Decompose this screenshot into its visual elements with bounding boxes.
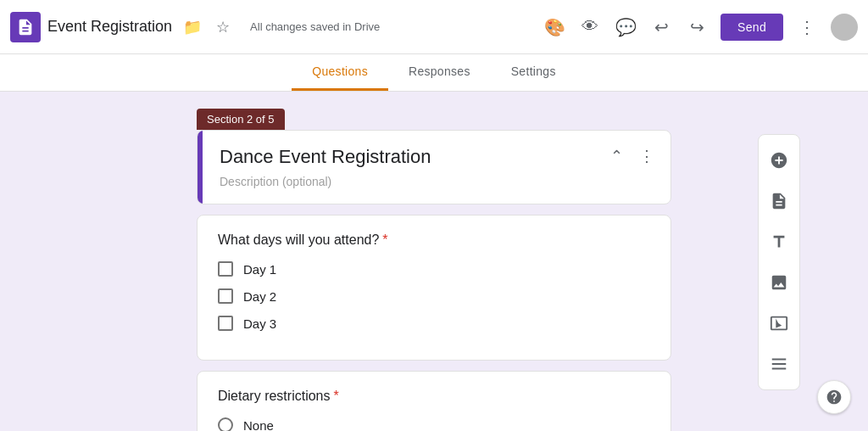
doc-title: Event Registration	[47, 18, 172, 36]
checkbox-day2[interactable]	[218, 288, 233, 304]
checkbox-day3[interactable]	[218, 316, 233, 331]
question-card-days: What days will you attend? * Day 1 Day 2…	[197, 215, 671, 361]
redo-icon[interactable]: ↪	[680, 10, 714, 44]
option-day3-label: Day 3	[243, 316, 276, 331]
required-star-2: *	[333, 389, 338, 404]
add-section-button[interactable]	[759, 344, 799, 384]
help-button[interactable]	[817, 380, 851, 414]
folder-icon[interactable]: 📁	[179, 14, 206, 41]
option-none-label: None	[243, 418, 274, 432]
option-day2: Day 2	[218, 288, 650, 304]
radio-none[interactable]	[218, 417, 233, 431]
send-button[interactable]: Send	[721, 14, 783, 41]
topbar-file-icons: 📁 ☆	[179, 14, 236, 41]
import-questions-button[interactable]	[759, 181, 799, 221]
collaborate-icon[interactable]: 💬	[609, 10, 643, 44]
star-icon[interactable]: ☆	[209, 14, 236, 41]
sidebar-tools	[758, 134, 800, 390]
section-badge: Section 2 of 5	[197, 109, 285, 130]
tab-questions[interactable]: Questions	[292, 54, 388, 91]
add-video-button[interactable]	[759, 303, 799, 344]
add-question-button[interactable]	[759, 140, 799, 181]
section-title[interactable]: Dance Event Registration	[220, 146, 654, 168]
option-day1: Day 1	[218, 261, 650, 277]
form-area: Section 2 of 5 Dance Event Registration …	[197, 109, 671, 431]
section-header-card: Dance Event Registration Description (op…	[197, 130, 671, 204]
question-dietary-content: Dietary restrictions * None Vegetarian V…	[198, 372, 670, 431]
question-days-content: What days will you attend? * Day 1 Day 2…	[198, 216, 670, 360]
autosave-text: All changes saved in Drive	[250, 20, 380, 33]
topbar-right: 🎨 👁 💬 ↩ ↪ Send ⋮	[537, 10, 858, 44]
customize-icon[interactable]: 🎨	[537, 10, 571, 44]
preview-icon[interactable]: 👁	[573, 10, 607, 44]
question-days-title: What days will you attend? *	[218, 232, 650, 248]
option-day3: Day 3	[218, 316, 650, 331]
topbar-right-icons: 🎨 👁 💬 ↩ ↪	[537, 10, 714, 44]
app-icon	[10, 12, 41, 42]
required-star-1: *	[382, 232, 387, 248]
section-header-actions: ⌃ ⋮	[603, 143, 660, 170]
main-content: Section 2 of 5 Dance Event Registration …	[0, 92, 868, 431]
checkbox-day1[interactable]	[218, 261, 233, 277]
option-day1-label: Day 1	[243, 262, 276, 277]
undo-icon[interactable]: ↩	[644, 10, 678, 44]
tab-responses[interactable]: Responses	[388, 54, 491, 91]
collapse-icon[interactable]: ⌃	[603, 143, 630, 170]
add-image-button[interactable]	[759, 262, 799, 303]
more-options-icon[interactable]: ⋮	[790, 10, 824, 44]
avatar[interactable]	[831, 14, 858, 41]
section-more-icon[interactable]: ⋮	[633, 143, 660, 170]
option-none: None	[218, 417, 650, 431]
topbar: Event Registration 📁 ☆ All changes saved…	[0, 0, 868, 54]
option-day2-label: Day 2	[243, 289, 276, 304]
section-description[interactable]: Description (optional)	[220, 175, 654, 188]
tab-settings[interactable]: Settings	[491, 54, 576, 91]
nav-tabs: Questions Responses Settings	[0, 54, 868, 92]
topbar-left: Event Registration 📁 ☆ All changes saved…	[10, 12, 537, 42]
question-dietary-title: Dietary restrictions *	[218, 389, 650, 404]
question-card-dietary: Dietary restrictions * None Vegetarian V…	[197, 371, 671, 431]
section-header: Dance Event Registration Description (op…	[198, 131, 670, 204]
add-title-button[interactable]	[759, 221, 799, 262]
